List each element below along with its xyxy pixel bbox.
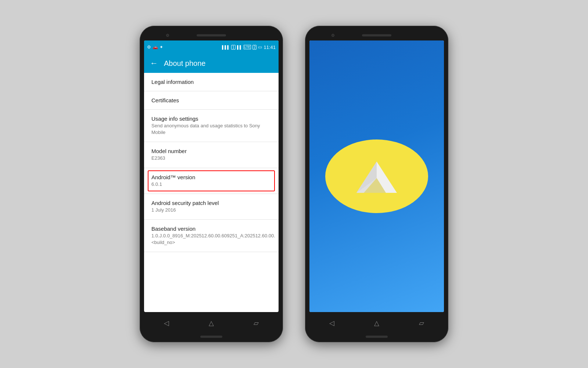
model-number-value: E2363	[151, 155, 271, 162]
settings-list: Legal information Certificates Usage inf…	[144, 73, 279, 252]
usage-info-subtitle: Send anonymous data and usage statistics…	[151, 123, 271, 136]
settings-icon: ⚙	[147, 45, 151, 50]
back-button[interactable]: ←	[150, 59, 158, 68]
home-button-left	[200, 336, 222, 338]
about-phone-header: ← About phone	[144, 54, 279, 73]
sim2-signal: ▌▌	[237, 45, 242, 49]
sim1-signal: ▌▌▌	[222, 45, 230, 49]
sim2-label: 2	[252, 45, 257, 50]
lte-label: LTE	[244, 45, 251, 49]
legal-information-title: Legal information	[151, 79, 271, 85]
bottom-nav-left: ◁ △ ▱	[144, 312, 279, 334]
status-icons-right: ▌▌▌ 1 ▌▌ LTE 2 ▭ 11:41	[222, 45, 276, 50]
model-number-item[interactable]: Model number E2363	[144, 142, 279, 168]
left-screen: ⚙ 🚗 ✦ ▌▌▌ 1 ▌▌ LTE 2 ▭ 11:41 ← About pho…	[144, 40, 279, 312]
car-icon: 🚗	[153, 45, 158, 50]
home-button-right	[366, 336, 388, 338]
android-m-ellipse	[325, 139, 428, 213]
certificates-item[interactable]: Certificates	[144, 91, 279, 110]
bottom-nav-right: ◁ △ ▱	[309, 312, 444, 334]
phone-top-bar-left	[144, 30, 279, 40]
status-bar: ⚙ 🚗 ✦ ▌▌▌ 1 ▌▌ LTE 2 ▭ 11:41	[144, 40, 279, 54]
right-phone: ◁ △ ▱	[305, 26, 448, 342]
status-icons-left: ⚙ 🚗 ✦	[147, 45, 163, 50]
airplane-icon: ✦	[159, 45, 163, 50]
back-nav-btn-right[interactable]: ◁	[329, 319, 334, 327]
page-title: About phone	[164, 59, 205, 68]
battery-icon: ▭	[258, 45, 262, 50]
security-patch-value: 1 July 2016	[151, 207, 271, 213]
sim1-label: 1	[231, 45, 236, 50]
recent-nav-btn-right[interactable]: ▱	[419, 319, 424, 327]
right-screen	[309, 40, 444, 312]
security-patch-title: Android security patch level	[151, 200, 271, 206]
home-nav-btn-right[interactable]: △	[374, 319, 379, 327]
android-version-title: Android™ version	[151, 174, 271, 180]
android-m-logo	[353, 158, 401, 195]
security-patch-item[interactable]: Android security patch level 1 July 2016	[144, 194, 279, 220]
phone-top-bar-right	[309, 30, 444, 40]
front-camera-right	[331, 34, 334, 37]
usage-info-title: Usage info settings	[151, 116, 271, 122]
android-version-value: 6.0.1	[151, 181, 271, 188]
certificates-title: Certificates	[151, 97, 271, 103]
model-number-title: Model number	[151, 148, 271, 154]
home-nav-btn-left[interactable]: △	[209, 319, 214, 327]
earpiece-left	[197, 34, 226, 36]
android-m-splash	[309, 40, 444, 312]
recent-nav-btn-left[interactable]: ▱	[254, 319, 259, 327]
earpiece-right	[362, 34, 391, 36]
back-nav-btn-left[interactable]: ◁	[164, 319, 169, 327]
android-version-item[interactable]: Android™ version 6.0.1	[144, 168, 279, 194]
front-camera-left	[166, 34, 169, 37]
time-display: 11:41	[263, 45, 276, 50]
baseband-version-value: 1.0.J.0.0_8916_M:202512.60.00.609251_A:2…	[151, 233, 271, 246]
usage-info-item[interactable]: Usage info settings Send anonymous data …	[144, 110, 279, 142]
baseband-version-item[interactable]: Baseband version 1.0.J.0.0_8916_M:202512…	[144, 220, 279, 252]
baseband-version-title: Baseband version	[151, 226, 271, 232]
left-phone: ⚙ 🚗 ✦ ▌▌▌ 1 ▌▌ LTE 2 ▭ 11:41 ← About pho…	[140, 26, 283, 342]
legal-information-item[interactable]: Legal information	[144, 73, 279, 91]
